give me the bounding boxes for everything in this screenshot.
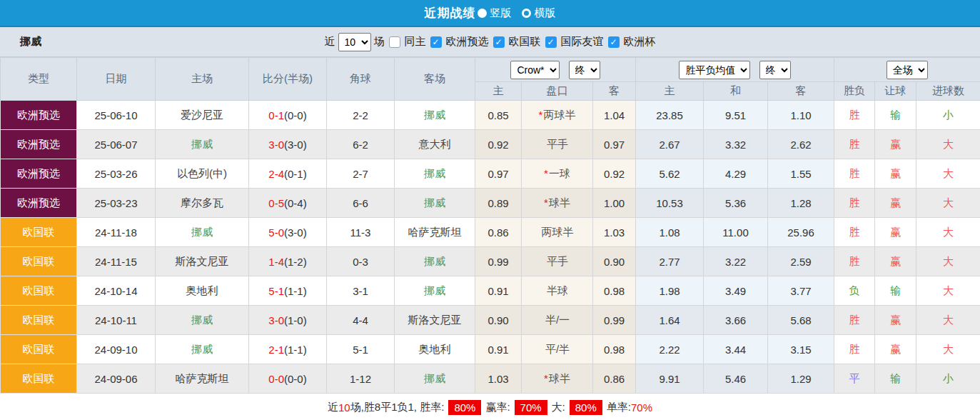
handicap-result-cell: 赢 [875,130,916,159]
corner-label: 11-3 [350,226,371,239]
crow-away-odds: 1.03 [604,226,625,239]
subheader-handicap-result: 让球 [875,82,916,101]
avg-draw-cell: 5.46 [704,364,768,394]
crow-home-odds-cell: 0.90 [475,306,522,335]
table-row: 欧国联24-09-06哈萨克斯坦0-0(0-0)1-12挪威1.03*球半0.8… [1,364,980,394]
goals-result-cell: 大 [916,159,980,189]
handicap-cell: *球半 [522,189,593,218]
avg-away-cell: 1.29 [768,364,834,394]
avg-draw-odds: 3.22 [725,256,746,268]
header-home: 主场 [156,58,249,101]
crow-away-odds: 0.92 [604,168,625,180]
type-cell: 欧洲预选 [1,159,77,189]
league-checkbox-euro-qualifier[interactable]: ✓ [430,36,442,48]
handicap-result-cell: 赢 [875,335,916,364]
score-cell: 2-4(0-1) [249,159,327,189]
radio-vertical-label[interactable]: 竖版 [490,6,512,20]
handicap-result-label: 赢 [890,196,901,209]
avg-select[interactable]: 胜平负均值 [679,61,750,79]
avg-home-cell: 23.85 [636,101,704,130]
goals-result-label: 大 [943,196,954,209]
result-label: 胜 [849,343,860,355]
goals-result-cell: 大 [916,189,980,218]
halftime-score: (0-0) [284,373,307,385]
radio-horizontal-icon[interactable] [522,9,531,18]
avg-draw-cell: 5.36 [704,189,768,218]
avg-draw-odds: 9.51 [725,109,746,121]
crow-home-odds-cell: 0.85 [475,101,522,130]
avg-draw-odds: 4.29 [725,168,746,180]
result-label: 胜 [849,167,860,179]
table-row: 欧国联24-10-14奥地利5-1(1-1)3-1挪威0.91半球0.981.9… [1,276,980,306]
subheader-avg-draw: 和 [704,82,768,101]
type-cell: 欧洲预选 [1,101,77,130]
handicap-result-cell: 赢 [875,159,916,189]
corner-label: 2-2 [353,109,368,121]
header-type: 类型 [1,58,77,101]
handicap-result-label: 赢 [890,255,901,267]
result-label: 胜 [849,138,860,150]
corner-cell: 2-7 [327,159,395,189]
avg-state-select[interactable]: 终 [759,61,791,79]
goals-result-label: 大 [943,167,954,179]
bookmaker-group-header: Crow* 终 [475,58,636,82]
filters: 近 10 场 同主 ✓ 欧洲预选 ✓ 欧国联 ✓ 国际友谊 ✓ 欧洲杯 [325,33,656,51]
crow-away-odds-cell: 0.99 [593,306,636,335]
header-corner: 角球 [327,58,395,101]
same-home-checkbox[interactable] [389,36,400,48]
corner-label: 3-1 [353,285,368,297]
crow-away-odds-cell: 1.04 [593,101,636,130]
league-checkbox-euro-cup[interactable]: ✓ [608,36,620,48]
corner-label: 1-12 [350,373,371,385]
type-label: 欧国联 [23,255,55,267]
home-team-cell: 爱沙尼亚 [156,101,249,130]
result-cell: 胜 [834,335,875,364]
handicap-label: 平手 [547,138,568,150]
crow-home-odds: 1.03 [488,373,508,385]
crow-away-odds: 1.04 [604,109,625,121]
result-cell: 胜 [834,247,875,276]
subheader-goals: 进球数 [916,82,980,101]
bookmaker-state-select[interactable]: 终 [569,61,600,79]
away-team-label: 奥地利 [419,343,451,355]
avg-draw-cell: 9.51 [704,101,768,130]
crow-home-odds-cell: 0.89 [475,189,522,218]
result-cell: 胜 [834,218,875,247]
league-checkbox-friendly[interactable]: ✓ [545,36,557,48]
league-checkbox-nations-league[interactable]: ✓ [493,36,505,48]
result-cell: 胜 [834,130,875,159]
handicap-result-label: 输 [890,109,901,121]
score-cell: 0-1(0-0) [249,101,327,130]
handicap-result-label: 赢 [890,138,901,150]
footer-pre: 近 [328,401,338,414]
date-cell: 24-10-14 [77,276,156,306]
fulltime-score: 5-1 [268,285,284,297]
near-count-select[interactable]: 10 [338,33,371,51]
radio-vertical-selected-icon[interactable] [478,9,487,18]
handicap-cell: *一球 [522,159,593,189]
date-label: 24-09-10 [94,344,137,356]
corner-cell: 0-3 [327,247,395,276]
bookmaker-select[interactable]: Crow* [510,61,560,79]
subheader-avg-home: 主 [636,82,704,101]
handicap-label: 球半 [549,372,570,384]
result-label: 平 [849,372,860,384]
type-label: 欧洲预选 [17,196,60,209]
home-team-cell: 哈萨克斯坦 [156,364,249,394]
crow-away-odds: 0.98 [604,285,625,297]
handicap-cell: 半/一 [522,306,593,335]
radio-horizontal-label[interactable]: 横版 [535,6,556,20]
corner-label: 5-1 [353,344,368,356]
handicap-result-cell: 输 [875,101,916,130]
subheader-result: 胜负 [834,82,875,101]
away-team-cell: 挪威 [395,364,475,394]
home-team-label: 哈萨克斯坦 [176,372,229,384]
avg-away-odds: 3.15 [790,344,811,356]
crow-home-odds: 0.89 [488,197,508,209]
handicap-label: 平手 [547,255,568,267]
scope-select[interactable]: 全场 [886,61,928,79]
away-team-cell: 挪威 [395,189,475,218]
footer-count: 10 [338,401,350,414]
crow-home-odds: 0.91 [488,285,508,297]
corner-cell: 2-2 [327,101,395,130]
